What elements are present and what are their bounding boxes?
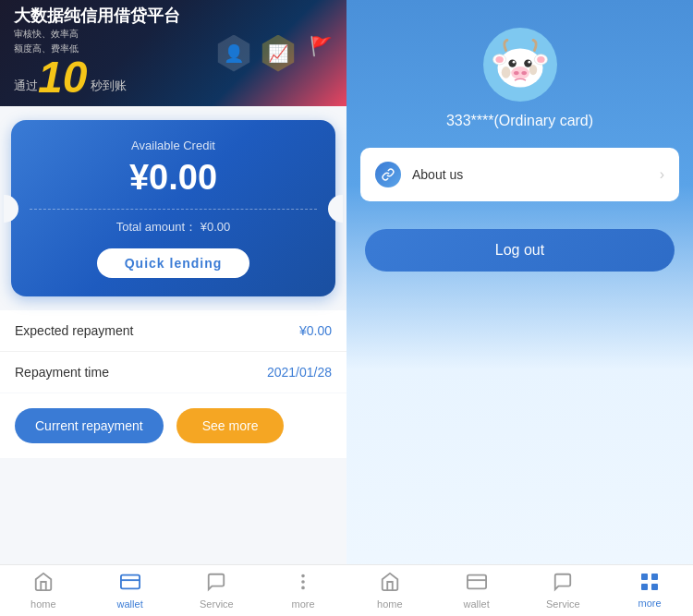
- nav-service-right[interactable]: Service: [520, 565, 607, 616]
- nav-service-label-left: Service: [200, 598, 234, 610]
- nav-more-right[interactable]: more: [606, 565, 693, 616]
- svg-point-3: [302, 581, 304, 583]
- banner-number-row: 通过 10 秒到账: [14, 55, 180, 100]
- nav-service-left[interactable]: Service: [174, 565, 261, 616]
- chart-hex-icon: 📈: [260, 35, 297, 72]
- right-panel: 333****(Ordinary card) About us › Log ou…: [346, 0, 693, 616]
- svg-point-4: [302, 587, 304, 589]
- nav-more-label-left: more: [292, 598, 315, 610]
- wallet-icon-right: [467, 572, 487, 597]
- nav-more-left[interactable]: more: [260, 565, 346, 616]
- repayment-time-row: Repayment time 2021/01/28: [0, 352, 346, 393]
- svg-point-16: [521, 71, 527, 75]
- svg-point-8: [495, 56, 503, 63]
- menu-section: About us ›: [360, 148, 679, 201]
- repayment-info: Expected repayment ¥0.00 Repayment time …: [0, 310, 346, 393]
- nav-home-label-left: home: [30, 598, 56, 610]
- svg-point-13: [528, 61, 530, 64]
- home-icon-right: [380, 572, 400, 597]
- about-us-icon: [375, 162, 401, 187]
- svg-rect-21: [641, 574, 648, 580]
- flag-icon: 🚩: [310, 35, 333, 72]
- banner-title: 大数据纯信用借贷平台: [14, 6, 180, 27]
- credit-amount: ¥0.00: [30, 158, 317, 198]
- repayment-time-value: 2021/01/28: [267, 365, 332, 380]
- more-grid-icon-right: [640, 573, 659, 596]
- banner-prefix: 通过: [14, 78, 38, 94]
- banner-text: 大数据纯信用借贷平台 审核快、效率高 额度高、费率低 通过 10 秒到账: [14, 6, 180, 101]
- svg-rect-19: [468, 575, 486, 589]
- home-icon-left: [33, 572, 54, 597]
- wallet-icon-left: [120, 572, 140, 597]
- quick-lending-button[interactable]: Quick lending: [97, 248, 250, 278]
- nav-home-right[interactable]: home: [346, 565, 433, 616]
- nav-wallet-right[interactable]: wallet: [433, 565, 520, 616]
- current-repayment-button[interactable]: Current repayment: [15, 408, 164, 443]
- total-value: ¥0.00: [201, 220, 231, 234]
- svg-rect-24: [651, 584, 658, 590]
- left-panel: 大数据纯信用借贷平台 审核快、效率高 额度高、费率低 通过 10 秒到账 👤 📈…: [0, 0, 346, 616]
- nav-wallet-label-right: wallet: [464, 598, 490, 610]
- svg-rect-0: [121, 575, 140, 589]
- banner-number: 10: [38, 55, 87, 100]
- logout-section: Log out: [346, 201, 693, 299]
- avatar: [483, 28, 557, 102]
- more-icon-left: [293, 572, 313, 597]
- nav-home-label-right: home: [377, 598, 403, 610]
- svg-rect-23: [641, 584, 648, 590]
- service-icon-right: [553, 572, 573, 597]
- about-us-label: About us: [412, 167, 660, 182]
- expected-repayment-row: Expected repayment ¥0.00: [0, 310, 346, 352]
- svg-point-9: [537, 56, 544, 63]
- service-icon-left: [206, 572, 226, 597]
- credit-divider: [30, 209, 317, 210]
- credit-total: Total amount： ¥0.00: [30, 219, 317, 236]
- repayment-time-label: Repayment time: [15, 365, 109, 380]
- about-us-menu-item[interactable]: About us ›: [360, 148, 679, 201]
- about-us-arrow-icon: ›: [660, 166, 664, 183]
- banner-subtitle1: 审核快、效率高: [14, 28, 180, 41]
- svg-point-18: [529, 65, 536, 75]
- nav-home-left[interactable]: home: [0, 565, 87, 616]
- action-buttons: Current repayment See more: [0, 393, 346, 458]
- profile-section: 333****(Ordinary card): [346, 0, 693, 148]
- person-hex-icon: 👤: [215, 35, 252, 72]
- svg-point-17: [501, 66, 510, 79]
- svg-point-15: [514, 71, 519, 75]
- logout-button[interactable]: Log out: [365, 229, 675, 272]
- avatar-cow-svg: [488, 32, 553, 97]
- expected-repayment-label: Expected repayment: [15, 323, 133, 338]
- banner-suffix: 秒到账: [91, 78, 127, 94]
- banner-icons: 👤 📈 🚩: [215, 35, 333, 72]
- svg-rect-22: [651, 574, 658, 580]
- credit-label: Available Credit: [30, 139, 317, 152]
- nav-wallet-left[interactable]: wallet: [87, 565, 174, 616]
- total-label: Total amount：: [116, 220, 197, 234]
- svg-point-10: [508, 59, 516, 66]
- expected-repayment-value: ¥0.00: [299, 323, 332, 338]
- profile-name: 333****(Ordinary card): [446, 113, 593, 129]
- svg-point-12: [512, 61, 515, 64]
- left-bottom-nav: home wallet Service more: [0, 564, 346, 616]
- nav-service-label-right: Service: [546, 598, 580, 610]
- nav-wallet-label-left: wallet: [117, 598, 143, 610]
- nav-more-label-right: more: [638, 598, 662, 609]
- credit-card: Available Credit ¥0.00 Total amount： ¥0.…: [11, 120, 335, 296]
- promo-banner: 大数据纯信用借贷平台 审核快、效率高 额度高、费率低 通过 10 秒到账 👤 📈…: [0, 0, 346, 106]
- see-more-button[interactable]: See more: [176, 408, 285, 443]
- right-bottom-nav: home wallet Service more: [346, 564, 693, 616]
- svg-point-2: [302, 575, 304, 577]
